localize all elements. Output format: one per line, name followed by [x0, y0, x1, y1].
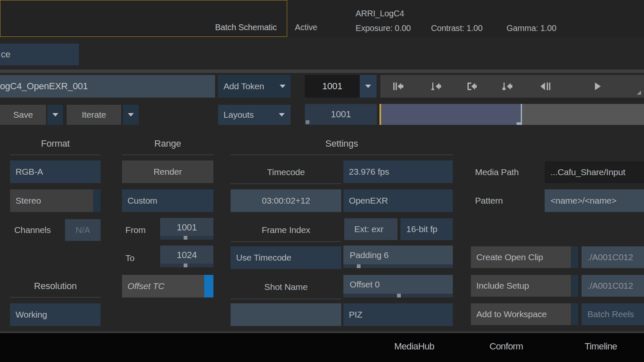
- include-setup-strip[interactable]: [571, 275, 578, 297]
- offset-tc-button[interactable]: Offset TC: [122, 275, 204, 297]
- custom-range-button[interactable]: Custom: [122, 189, 213, 212]
- slider-notch[interactable]: [184, 264, 187, 267]
- add-token-label: Add Token: [223, 81, 264, 91]
- stereo-options-strip[interactable]: [93, 189, 101, 212]
- to-frame-slider[interactable]: 1024: [160, 246, 213, 267]
- resolution-section-title: Resolution: [10, 280, 101, 292]
- timeline-out-mark-foot: [517, 122, 522, 125]
- create-open-clip-strip[interactable]: [571, 246, 578, 268]
- frame-display-dropdown[interactable]: [360, 75, 377, 98]
- shot-name-label: Shot Name: [231, 275, 341, 299]
- viewport-exposure[interactable]: Exposure: 0.00: [356, 23, 427, 33]
- iterate-button[interactable]: Iterate: [67, 105, 121, 125]
- format-mode-button[interactable]: RGB-A: [10, 160, 101, 183]
- padding-slider[interactable]: Padding 6: [343, 246, 453, 268]
- chevron-down-icon: [128, 113, 134, 116]
- pattern-field[interactable]: <name>/<name>: [545, 189, 644, 212]
- frame-index-label: Frame Index: [231, 218, 341, 242]
- field-notch: [306, 120, 309, 124]
- setup-path-field[interactable]: ./A001C012: [582, 275, 644, 297]
- layouts-dropdown[interactable]: Layouts: [218, 105, 291, 125]
- stereo-button[interactable]: Stereo: [10, 189, 93, 212]
- from-frame-slider[interactable]: 1001: [160, 218, 213, 240]
- tab-mediahub[interactable]: MediaHub: [389, 340, 439, 353]
- partial-node-button[interactable]: ce: [0, 44, 79, 65]
- tab-batch-schematic[interactable]: Batch Schematic: [193, 22, 277, 33]
- format-title-underline: [10, 155, 101, 155]
- transport-bar: [380, 75, 644, 98]
- tab-active[interactable]: Active: [289, 22, 323, 33]
- range-section-title: Range: [122, 137, 213, 150]
- flame-write-node-panel: Batch Schematic Active ARRI_LogC4 Exposu…: [0, 0, 644, 362]
- format-section-title: Format: [10, 137, 101, 150]
- chevron-down-icon: [280, 85, 286, 88]
- resolution-title-underline: [10, 297, 101, 297]
- add-to-workspace-button[interactable]: Add to Workspace: [471, 303, 571, 325]
- viewport-gamma[interactable]: Gamma: 1.00: [506, 23, 569, 33]
- slider-notch[interactable]: [397, 294, 401, 297]
- viewport-colorspace[interactable]: ARRI_LogC4: [356, 8, 439, 18]
- shot-name-field[interactable]: [231, 303, 341, 326]
- slider-notch[interactable]: [357, 264, 361, 268]
- clip-name-field[interactable]: ogC4_OpenEXR_001: [0, 75, 215, 98]
- current-frame-display[interactable]: 1001: [305, 75, 360, 98]
- pattern-label: Pattern: [475, 189, 538, 212]
- start-timecode-field[interactable]: 03:00:02+12: [231, 189, 341, 212]
- play-icon[interactable]: [591, 75, 604, 98]
- settings-section-title: Settings: [231, 137, 453, 150]
- previous-cut-icon[interactable]: [465, 75, 478, 98]
- media-path-label: Media Path: [475, 161, 538, 183]
- bit-depth-button[interactable]: 16-bit fp: [400, 218, 453, 240]
- chevron-down-icon: [52, 113, 58, 116]
- go-to-start-icon[interactable]: [392, 75, 405, 98]
- slider-notch[interactable]: [184, 236, 187, 240]
- file-format-button[interactable]: OpenEXR: [343, 189, 453, 212]
- fps-button[interactable]: 23.976 fps: [343, 160, 453, 183]
- viewport-contrast[interactable]: Contrast: 1.00: [431, 23, 498, 33]
- compression-button[interactable]: PIZ: [343, 303, 453, 326]
- chevron-down-icon: [365, 85, 371, 88]
- bottom-bar: [0, 333, 644, 362]
- previous-marker-icon[interactable]: [429, 75, 443, 98]
- save-button[interactable]: Save: [0, 105, 46, 125]
- channels-value-field: N/A: [65, 219, 101, 241]
- save-options-dropdown[interactable]: [47, 105, 63, 125]
- offset-tc-accent-strip[interactable]: [204, 275, 213, 297]
- to-label: To: [125, 247, 155, 269]
- horizontal-divider: [0, 70, 644, 73]
- offset-tc-label: Offset TC: [127, 281, 164, 291]
- range-title-underline: [122, 155, 213, 155]
- create-open-clip-button[interactable]: Create Open Clip: [471, 246, 571, 268]
- from-label: From: [125, 219, 155, 241]
- tab-timeline[interactable]: Timeline: [578, 340, 624, 353]
- iterate-options-dropdown[interactable]: [123, 105, 139, 125]
- open-clip-path-field[interactable]: ./A001C012: [582, 246, 644, 268]
- step-backward-icon[interactable]: [538, 75, 552, 98]
- settings-title-underline: [231, 155, 453, 155]
- layouts-label: Layouts: [223, 110, 254, 120]
- resolution-button[interactable]: Working: [10, 303, 101, 326]
- offset-slider[interactable]: Offset 0: [343, 275, 453, 297]
- include-setup-button[interactable]: Include Setup: [471, 275, 571, 297]
- offset-value: Offset 0: [343, 279, 380, 290]
- render-range-button[interactable]: Render: [122, 160, 213, 183]
- timecode-label: Timecode: [231, 160, 341, 184]
- timeline-frame-value: 1001: [331, 109, 351, 120]
- extension-button[interactable]: Ext: exr: [344, 218, 397, 240]
- padding-value: Padding 6: [343, 250, 389, 260]
- mini-timeline[interactable]: [379, 104, 644, 125]
- tab-conform[interactable]: Conform: [482, 340, 530, 353]
- add-to-workspace-strip[interactable]: [571, 303, 578, 325]
- timeline-frame-field[interactable]: 1001: [305, 104, 377, 125]
- use-timecode-button[interactable]: Use Timecode: [231, 246, 341, 269]
- media-path-field[interactable]: ...Cafu_Share/Input: [545, 161, 644, 183]
- channels-label: Channels: [14, 219, 64, 241]
- workspace-dest-field[interactable]: Batch Reels: [582, 303, 644, 325]
- resize-corner-icon[interactable]: [637, 90, 641, 95]
- timeline-out-mark[interactable]: [521, 104, 522, 125]
- add-token-dropdown[interactable]: Add Token: [218, 75, 291, 98]
- timeline-range-segment[interactable]: [381, 104, 521, 125]
- previous-segment-icon[interactable]: [501, 75, 514, 98]
- from-frame-value: 1001: [177, 222, 197, 233]
- chevron-down-icon: [279, 113, 285, 116]
